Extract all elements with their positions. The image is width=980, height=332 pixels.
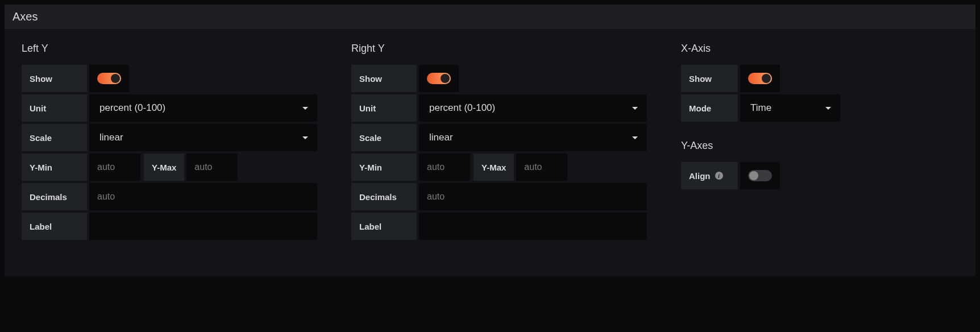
right-y-decimals-label: Decimals — [351, 183, 417, 210]
left-y-ymin-label: Y-Min — [22, 153, 87, 181]
left-y-show-toggle[interactable] — [97, 73, 121, 84]
x-axis-mode-select[interactable]: Time — [740, 94, 840, 122]
y-axes-align-toggle[interactable] — [748, 170, 772, 181]
x-axis-y-axes-section: X-Axis Show Mode Time Y-Axes Align — [681, 43, 840, 242]
caret-down-icon — [632, 136, 638, 139]
right-y-unit-select[interactable]: percent (0-100) — [419, 94, 647, 122]
y-axes-align-label: Align i — [681, 162, 738, 189]
right-y-ymax-input[interactable] — [516, 153, 567, 181]
right-y-unit-value: percent (0-100) — [429, 102, 495, 114]
left-y-unit-value: percent (0-100) — [99, 102, 165, 114]
info-icon[interactable]: i — [715, 172, 723, 180]
y-axes-title: Y-Axes — [681, 140, 840, 152]
right-y-unit-label: Unit — [351, 94, 417, 122]
x-axis-mode-value: Time — [750, 102, 771, 114]
x-axis-show-label: Show — [681, 65, 738, 92]
left-y-ymax-label: Y-Max — [144, 153, 184, 181]
right-y-scale-label: Scale — [351, 124, 417, 151]
left-y-unit-select[interactable]: percent (0-100) — [89, 94, 317, 122]
left-y-label-input[interactable] — [89, 213, 317, 240]
right-y-label-label: Label — [351, 213, 417, 240]
right-y-scale-value: linear — [429, 132, 453, 143]
left-y-ymax-input[interactable] — [186, 153, 238, 181]
left-y-decimals-input[interactable] — [89, 183, 317, 210]
left-y-scale-value: linear — [99, 132, 123, 143]
left-y-label-label: Label — [22, 213, 87, 240]
left-y-ymin-input[interactable] — [89, 153, 140, 181]
left-y-show-label: Show — [22, 65, 87, 92]
x-axis-title: X-Axis — [681, 43, 840, 55]
caret-down-icon — [825, 107, 831, 110]
right-y-decimals-input[interactable] — [419, 183, 647, 210]
right-y-section: Right Y Show Unit percent (0-100) Scale … — [351, 43, 647, 242]
right-y-ymax-label: Y-Max — [474, 153, 514, 181]
left-y-unit-label: Unit — [22, 94, 87, 122]
x-axis-mode-label: Mode — [681, 94, 738, 122]
right-y-show-label: Show — [351, 65, 417, 92]
caret-down-icon — [632, 107, 638, 110]
left-y-section: Left Y Show Unit percent (0-100) Scale l… — [22, 43, 317, 242]
right-y-label-input[interactable] — [419, 213, 647, 240]
left-y-scale-select[interactable]: linear — [89, 124, 317, 151]
x-axis-show-toggle-wrap — [740, 65, 780, 92]
left-y-title: Left Y — [22, 43, 317, 55]
panel-title: Axes — [5, 5, 975, 29]
right-y-scale-select[interactable]: linear — [419, 124, 647, 151]
right-y-show-toggle-wrap — [419, 65, 459, 92]
left-y-show-toggle-wrap — [89, 65, 129, 92]
right-y-ymin-input[interactable] — [419, 153, 470, 181]
x-axis-show-toggle[interactable] — [748, 73, 772, 84]
y-axes-align-toggle-wrap — [740, 162, 780, 189]
right-y-title: Right Y — [351, 43, 647, 55]
caret-down-icon — [302, 136, 308, 139]
right-y-ymin-label: Y-Min — [351, 153, 417, 181]
caret-down-icon — [302, 107, 308, 110]
left-y-decimals-label: Decimals — [22, 183, 87, 210]
left-y-scale-label: Scale — [22, 124, 87, 151]
right-y-show-toggle[interactable] — [427, 73, 451, 84]
